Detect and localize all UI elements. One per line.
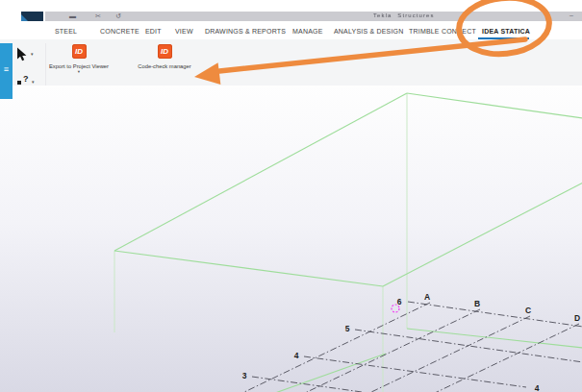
idea-statica-icon: ID bbox=[72, 44, 87, 59]
tab-view[interactable]: VIEW bbox=[175, 28, 193, 35]
scissors-icon[interactable]: ✂ bbox=[95, 12, 101, 21]
titlebar bbox=[45, 12, 582, 21]
grid-label-3: 3 bbox=[242, 371, 247, 380]
inquire-square-icon[interactable] bbox=[17, 81, 21, 85]
app-window: ▬ ✂ ↺ Tekla Structures – STEEL CONCRETE … bbox=[0, 0, 582, 392]
inquire-dropdown-caret-icon[interactable]: ▾ bbox=[32, 79, 35, 85]
grid-label-4: 4 bbox=[294, 351, 299, 360]
grid-label-c: C bbox=[525, 306, 531, 315]
ribbon-tab-row: STEEL CONCRETE EDIT VIEW DRAWINGS & REPO… bbox=[0, 21, 582, 39]
tab-steel[interactable]: STEEL bbox=[55, 28, 77, 35]
grid-label-a: A bbox=[424, 292, 430, 302]
grid-label-b: B bbox=[474, 299, 480, 308]
cursor-dropdown-caret-icon[interactable]: ▾ bbox=[31, 51, 34, 57]
toolbar-divider bbox=[45, 43, 46, 86]
select-cursor-icon[interactable] bbox=[16, 47, 28, 61]
code-check-manager-button[interactable]: ID Code-check manager bbox=[131, 44, 198, 69]
window-control-icon[interactable]: – bbox=[569, 12, 573, 18]
idea-statica-icon: ID bbox=[158, 44, 172, 59]
dropdown-caret-icon[interactable]: ▾ bbox=[48, 69, 110, 74]
minimize-icon[interactable]: ▬ bbox=[69, 12, 76, 21]
grid-lines bbox=[242, 302, 582, 392]
wireframe-hidden-edges bbox=[114, 93, 407, 392]
button-label: Code-check manager bbox=[131, 63, 198, 69]
tab-concrete[interactable]: CONCRETE bbox=[100, 28, 139, 35]
tab-idea-statica[interactable]: IDEA STATICA bbox=[482, 28, 530, 35]
hamburger-menu-icon[interactable]: ≡ bbox=[0, 64, 13, 74]
tab-manage[interactable]: MANAGE bbox=[292, 28, 323, 35]
side-rail: ≡ bbox=[0, 43, 13, 99]
grid-label-4-end: 4 bbox=[535, 383, 540, 392]
wireframe-box bbox=[114, 93, 582, 392]
inquire-question-icon[interactable]: ? bbox=[23, 74, 29, 84]
model-viewport[interactable]: 6 5 4 3 A B C D 4 bbox=[0, 86, 582, 392]
tab-trimble-connect[interactable]: TRIMBLE CONNECT bbox=[409, 28, 476, 35]
tab-analysis-design[interactable]: ANALYSIS & DESIGN bbox=[334, 28, 404, 35]
export-to-project-viewer-button[interactable]: ID Export to Project Viewer ▾ bbox=[48, 44, 110, 74]
grid-label-6: 6 bbox=[397, 297, 402, 306]
undo-icon[interactable]: ↺ bbox=[115, 12, 121, 21]
grid-label-5: 5 bbox=[345, 324, 350, 333]
tab-edit[interactable]: EDIT bbox=[145, 28, 162, 35]
window-title: Tekla Structures bbox=[373, 12, 435, 18]
tab-drawings-reports[interactable]: DRAWINGS & REPORTS bbox=[205, 28, 286, 35]
grid-label-d: D bbox=[574, 313, 580, 323]
